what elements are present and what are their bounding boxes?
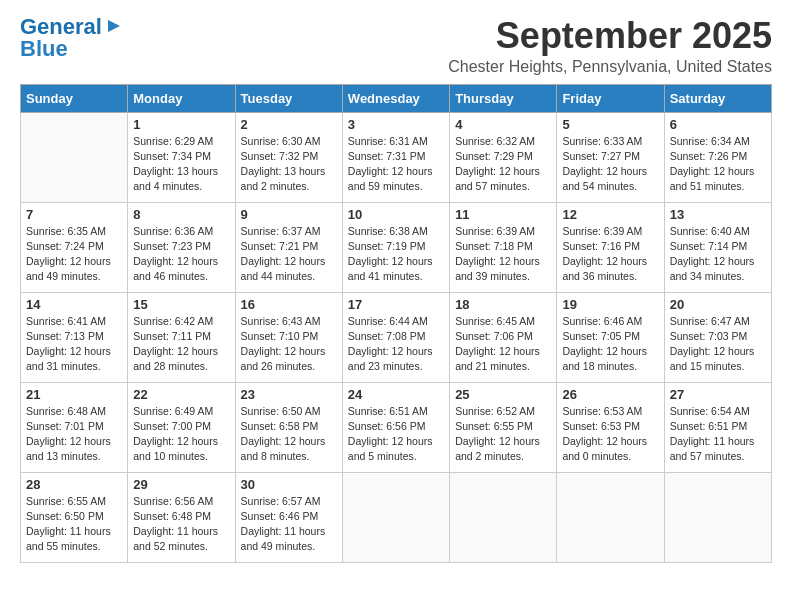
week-row-3: 14Sunrise: 6:41 AMSunset: 7:13 PMDayligh…	[21, 292, 772, 382]
day-number: 3	[348, 117, 444, 132]
day-header-saturday: Saturday	[664, 84, 771, 112]
calendar-header-row: SundayMondayTuesdayWednesdayThursdayFrid…	[21, 84, 772, 112]
page-header: General Blue September 2025 Chester Heig…	[20, 16, 772, 76]
calendar-cell: 9Sunrise: 6:37 AMSunset: 7:21 PMDaylight…	[235, 202, 342, 292]
calendar-cell: 27Sunrise: 6:54 AMSunset: 6:51 PMDayligh…	[664, 382, 771, 472]
day-info: Sunrise: 6:29 AMSunset: 7:34 PMDaylight:…	[133, 134, 229, 195]
calendar-cell: 10Sunrise: 6:38 AMSunset: 7:19 PMDayligh…	[342, 202, 449, 292]
day-number: 21	[26, 387, 122, 402]
calendar-cell: 19Sunrise: 6:46 AMSunset: 7:05 PMDayligh…	[557, 292, 664, 382]
day-info: Sunrise: 6:51 AMSunset: 6:56 PMDaylight:…	[348, 404, 444, 465]
day-header-tuesday: Tuesday	[235, 84, 342, 112]
calendar-cell	[21, 112, 128, 202]
day-number: 29	[133, 477, 229, 492]
calendar-cell: 29Sunrise: 6:56 AMSunset: 6:48 PMDayligh…	[128, 472, 235, 562]
calendar-cell	[450, 472, 557, 562]
calendar-cell: 2Sunrise: 6:30 AMSunset: 7:32 PMDaylight…	[235, 112, 342, 202]
day-info: Sunrise: 6:39 AMSunset: 7:16 PMDaylight:…	[562, 224, 658, 285]
day-info: Sunrise: 6:31 AMSunset: 7:31 PMDaylight:…	[348, 134, 444, 195]
day-number: 11	[455, 207, 551, 222]
day-info: Sunrise: 6:33 AMSunset: 7:27 PMDaylight:…	[562, 134, 658, 195]
calendar-cell: 5Sunrise: 6:33 AMSunset: 7:27 PMDaylight…	[557, 112, 664, 202]
day-number: 6	[670, 117, 766, 132]
logo-blue: Blue	[20, 38, 68, 60]
location: Chester Heights, Pennsylvania, United St…	[448, 58, 772, 76]
day-number: 24	[348, 387, 444, 402]
logo-text: General	[20, 16, 102, 38]
day-info: Sunrise: 6:48 AMSunset: 7:01 PMDaylight:…	[26, 404, 122, 465]
day-header-thursday: Thursday	[450, 84, 557, 112]
day-info: Sunrise: 6:52 AMSunset: 6:55 PMDaylight:…	[455, 404, 551, 465]
day-info: Sunrise: 6:32 AMSunset: 7:29 PMDaylight:…	[455, 134, 551, 195]
day-number: 5	[562, 117, 658, 132]
week-row-1: 1Sunrise: 6:29 AMSunset: 7:34 PMDaylight…	[21, 112, 772, 202]
day-info: Sunrise: 6:55 AMSunset: 6:50 PMDaylight:…	[26, 494, 122, 555]
day-number: 4	[455, 117, 551, 132]
calendar-cell	[664, 472, 771, 562]
day-header-monday: Monday	[128, 84, 235, 112]
calendar-cell: 1Sunrise: 6:29 AMSunset: 7:34 PMDaylight…	[128, 112, 235, 202]
day-number: 28	[26, 477, 122, 492]
calendar-cell: 26Sunrise: 6:53 AMSunset: 6:53 PMDayligh…	[557, 382, 664, 472]
day-info: Sunrise: 6:41 AMSunset: 7:13 PMDaylight:…	[26, 314, 122, 375]
calendar-cell	[557, 472, 664, 562]
day-number: 14	[26, 297, 122, 312]
day-number: 12	[562, 207, 658, 222]
day-info: Sunrise: 6:47 AMSunset: 7:03 PMDaylight:…	[670, 314, 766, 375]
day-number: 20	[670, 297, 766, 312]
week-row-4: 21Sunrise: 6:48 AMSunset: 7:01 PMDayligh…	[21, 382, 772, 472]
day-number: 23	[241, 387, 337, 402]
calendar-table: SundayMondayTuesdayWednesdayThursdayFrid…	[20, 84, 772, 563]
calendar-cell: 7Sunrise: 6:35 AMSunset: 7:24 PMDaylight…	[21, 202, 128, 292]
calendar-cell: 20Sunrise: 6:47 AMSunset: 7:03 PMDayligh…	[664, 292, 771, 382]
day-number: 7	[26, 207, 122, 222]
calendar-cell: 25Sunrise: 6:52 AMSunset: 6:55 PMDayligh…	[450, 382, 557, 472]
calendar-cell: 4Sunrise: 6:32 AMSunset: 7:29 PMDaylight…	[450, 112, 557, 202]
calendar-cell: 15Sunrise: 6:42 AMSunset: 7:11 PMDayligh…	[128, 292, 235, 382]
day-number: 25	[455, 387, 551, 402]
day-number: 26	[562, 387, 658, 402]
calendar-cell: 23Sunrise: 6:50 AMSunset: 6:58 PMDayligh…	[235, 382, 342, 472]
day-header-sunday: Sunday	[21, 84, 128, 112]
day-info: Sunrise: 6:42 AMSunset: 7:11 PMDaylight:…	[133, 314, 229, 375]
day-number: 16	[241, 297, 337, 312]
day-header-wednesday: Wednesday	[342, 84, 449, 112]
day-number: 19	[562, 297, 658, 312]
day-info: Sunrise: 6:44 AMSunset: 7:08 PMDaylight:…	[348, 314, 444, 375]
week-row-5: 28Sunrise: 6:55 AMSunset: 6:50 PMDayligh…	[21, 472, 772, 562]
calendar-cell: 13Sunrise: 6:40 AMSunset: 7:14 PMDayligh…	[664, 202, 771, 292]
calendar-cell: 28Sunrise: 6:55 AMSunset: 6:50 PMDayligh…	[21, 472, 128, 562]
day-number: 15	[133, 297, 229, 312]
day-info: Sunrise: 6:38 AMSunset: 7:19 PMDaylight:…	[348, 224, 444, 285]
calendar-cell: 17Sunrise: 6:44 AMSunset: 7:08 PMDayligh…	[342, 292, 449, 382]
calendar-cell: 30Sunrise: 6:57 AMSunset: 6:46 PMDayligh…	[235, 472, 342, 562]
calendar-body: 1Sunrise: 6:29 AMSunset: 7:34 PMDaylight…	[21, 112, 772, 562]
calendar-cell: 22Sunrise: 6:49 AMSunset: 7:00 PMDayligh…	[128, 382, 235, 472]
day-number: 9	[241, 207, 337, 222]
day-info: Sunrise: 6:57 AMSunset: 6:46 PMDaylight:…	[241, 494, 337, 555]
day-info: Sunrise: 6:54 AMSunset: 6:51 PMDaylight:…	[670, 404, 766, 465]
calendar-cell: 11Sunrise: 6:39 AMSunset: 7:18 PMDayligh…	[450, 202, 557, 292]
day-number: 10	[348, 207, 444, 222]
day-number: 1	[133, 117, 229, 132]
title-block: September 2025 Chester Heights, Pennsylv…	[448, 16, 772, 76]
month-title: September 2025	[448, 16, 772, 56]
day-number: 18	[455, 297, 551, 312]
calendar-cell: 3Sunrise: 6:31 AMSunset: 7:31 PMDaylight…	[342, 112, 449, 202]
calendar-cell: 6Sunrise: 6:34 AMSunset: 7:26 PMDaylight…	[664, 112, 771, 202]
calendar-cell: 12Sunrise: 6:39 AMSunset: 7:16 PMDayligh…	[557, 202, 664, 292]
calendar-cell	[342, 472, 449, 562]
calendar-cell: 21Sunrise: 6:48 AMSunset: 7:01 PMDayligh…	[21, 382, 128, 472]
day-header-friday: Friday	[557, 84, 664, 112]
day-info: Sunrise: 6:45 AMSunset: 7:06 PMDaylight:…	[455, 314, 551, 375]
day-info: Sunrise: 6:49 AMSunset: 7:00 PMDaylight:…	[133, 404, 229, 465]
day-number: 2	[241, 117, 337, 132]
day-info: Sunrise: 6:37 AMSunset: 7:21 PMDaylight:…	[241, 224, 337, 285]
calendar-cell: 8Sunrise: 6:36 AMSunset: 7:23 PMDaylight…	[128, 202, 235, 292]
calendar-cell: 14Sunrise: 6:41 AMSunset: 7:13 PMDayligh…	[21, 292, 128, 382]
week-row-2: 7Sunrise: 6:35 AMSunset: 7:24 PMDaylight…	[21, 202, 772, 292]
logo: General Blue	[20, 16, 124, 60]
day-number: 8	[133, 207, 229, 222]
day-number: 22	[133, 387, 229, 402]
day-number: 17	[348, 297, 444, 312]
